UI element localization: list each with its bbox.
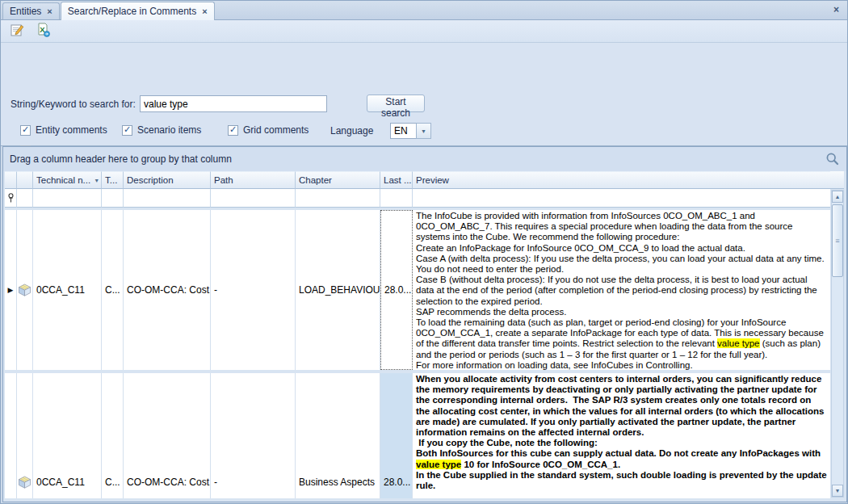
cell-preview[interactable]: When you allocate activity from cost cen… [413, 373, 830, 498]
cell-chapter[interactable]: Business Aspects [296, 373, 380, 498]
filter-cell[interactable] [17, 189, 33, 208]
tab-search-replace-in-comments[interactable]: Search/Replace in Comments × [61, 2, 215, 20]
group-by-panel[interactable]: Drag a column header here to group by th… [3, 147, 846, 171]
scroll-grip-icon: ≡ [835, 237, 839, 245]
grid-comments-checkbox[interactable]: ✓ Grid comments [228, 124, 309, 136]
column-header-row: Technical n... ▼ T... Description Path C… [5, 171, 830, 189]
filter-cell[interactable] [413, 189, 830, 208]
search-replace-form: String/Keyword to search for: Start sear… [1, 43, 847, 146]
group-by-panel-text: Drag a column header here to group by th… [10, 153, 232, 165]
column-header-indicator[interactable] [5, 171, 17, 189]
cell-technical-name[interactable]: 0CCA_C11 [33, 210, 102, 370]
check-icon: ✓ [124, 125, 131, 134]
table-row[interactable]: 0CCA_C11 C... CO-OM-CCA: Cost... - Busin… [5, 373, 830, 498]
language-dropdown[interactable]: EN ▼ [390, 123, 431, 139]
tab-strip: Entities × Search/Replace in Comments × … [1, 1, 847, 20]
chevron-down-icon[interactable]: ▼ [416, 123, 431, 139]
column-header-description[interactable]: Description [124, 171, 211, 189]
filter-cell[interactable] [124, 189, 211, 208]
edit-comment-icon [10, 23, 25, 40]
cell-chapter[interactable]: LOAD_BEHAVIOUR [296, 210, 380, 370]
cell-type[interactable]: C... [102, 210, 124, 370]
results-grid: Drag a column header here to group by th… [2, 146, 847, 502]
search-for-label: String/Keyword to search for: [10, 99, 136, 110]
sort-down-icon[interactable]: ▼ [94, 178, 99, 183]
start-search-button[interactable]: Start search [367, 94, 425, 112]
column-header-path[interactable]: Path [211, 171, 296, 189]
filter-cell[interactable] [102, 189, 124, 208]
edit-comment-button[interactable] [7, 23, 27, 40]
close-icon[interactable]: × [47, 7, 52, 16]
column-header-preview[interactable]: Preview [413, 171, 830, 189]
tab-entities-label: Entities [10, 6, 41, 17]
scrollbar-thumb[interactable]: ≡ [832, 204, 843, 277]
cell-preview[interactable]: The InfoCube is provided with informatio… [413, 210, 830, 370]
export-excel-button[interactable]: X [33, 23, 52, 40]
row-focus-indicator [5, 373, 17, 498]
tab-entities[interactable]: Entities × [2, 2, 60, 19]
filter-cell[interactable] [380, 189, 413, 208]
header-spacer [830, 171, 844, 189]
column-header-icon[interactable] [17, 171, 33, 189]
checkbox-box: ✓ [122, 125, 132, 136]
filter-cell[interactable] [211, 189, 296, 208]
cell-last-modified[interactable]: 28.0... [380, 210, 413, 370]
search-icon[interactable] [825, 152, 840, 166]
filter-row [5, 189, 830, 208]
vertical-scrollbar[interactable]: ▲ ≡ ▼ [831, 190, 844, 498]
entity-comments-checkbox[interactable]: ✓ Entity comments [20, 124, 107, 136]
check-icon: ✓ [229, 125, 237, 134]
column-header-type[interactable]: T... [102, 171, 124, 189]
scroll-down-icon[interactable]: ▼ [832, 485, 843, 497]
column-header-technical-name[interactable]: Technical n... ▼ [33, 171, 102, 189]
search-input[interactable] [140, 95, 327, 112]
toolbar: X [1, 20, 847, 43]
tab-search-replace-label: Search/Replace in Comments [68, 6, 196, 17]
cell-last-modified[interactable]: 28.0... [380, 373, 413, 498]
app-window: Entities × Search/Replace in Comments × … [0, 0, 848, 504]
language-value: EN [390, 123, 416, 139]
close-icon[interactable]: × [202, 7, 207, 16]
export-excel-icon: X [36, 23, 51, 40]
cell-technical-name[interactable]: 0CCA_C11 [33, 373, 102, 498]
check-icon: ✓ [22, 125, 29, 134]
row-indicator-icon: ▶ [8, 286, 14, 294]
column-header-label: Technical n... [36, 175, 90, 185]
column-header-chapter[interactable]: Chapter [296, 171, 380, 189]
table-row[interactable]: ▶ 0CCA_C11 C... CO-OM-CCA: Cost... - LOA… [5, 210, 830, 370]
grid-body: Technical n... ▼ T... Description Path C… [5, 171, 830, 498]
filter-cell[interactable] [33, 189, 102, 208]
grid-comments-label: Grid comments [243, 124, 309, 136]
checkbox-box: ✓ [20, 125, 31, 136]
scroll-up-icon[interactable]: ▲ [832, 191, 843, 203]
scenario-items-checkbox[interactable]: ✓ Scenario items [122, 124, 201, 136]
column-header-last[interactable]: Last ... [380, 171, 413, 189]
checkbox-box: ✓ [228, 125, 238, 136]
filter-pin-icon[interactable] [5, 189, 17, 208]
close-icon[interactable]: × [833, 4, 839, 15]
entity-comments-label: Entity comments [36, 124, 107, 136]
scenario-items-label: Scenario items [137, 124, 201, 136]
infocube-icon [17, 373, 33, 498]
cell-description[interactable]: CO-OM-CCA: Cost... [124, 210, 211, 370]
cell-path[interactable]: - [211, 373, 296, 498]
cell-type[interactable]: C... [102, 373, 124, 498]
row-focus-indicator: ▶ [5, 210, 17, 370]
cell-description[interactable]: CO-OM-CCA: Cost... [124, 373, 211, 498]
cell-path[interactable]: - [211, 210, 296, 370]
language-label: Language [330, 125, 373, 136]
infocube-icon [17, 210, 33, 370]
filter-cell[interactable] [296, 189, 380, 208]
